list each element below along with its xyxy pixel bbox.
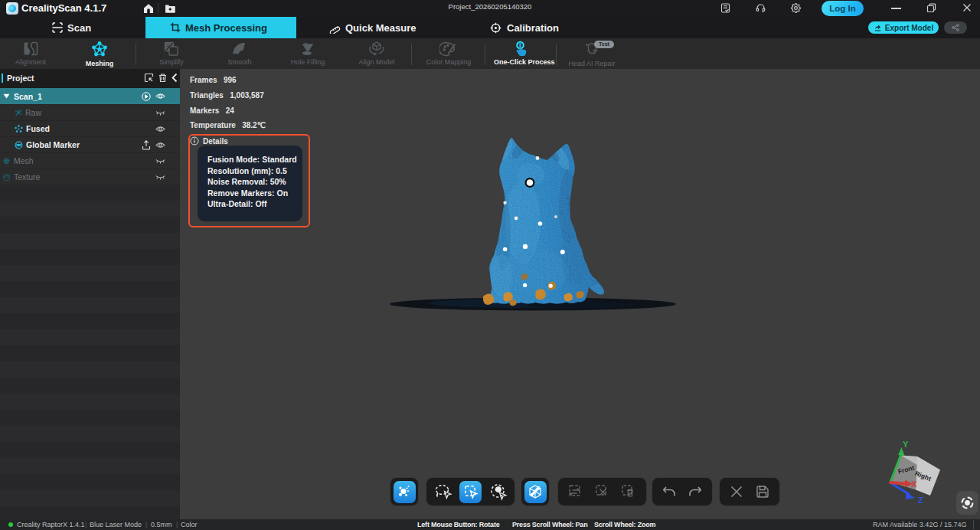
svg-text:X: X <box>911 479 917 489</box>
svg-text:Z: Z <box>918 496 923 505</box>
svg-text:AI: AI <box>593 48 597 53</box>
svg-text:Y: Y <box>903 440 909 449</box>
